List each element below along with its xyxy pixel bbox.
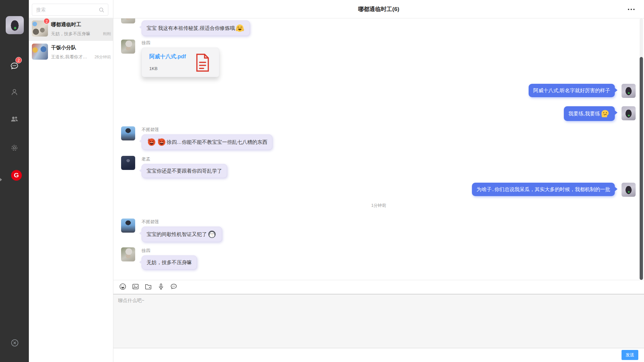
scrollbar-track [640,18,643,280]
chat-bubble-button[interactable] [169,283,178,291]
message-area: 宝宝 我这有本祖传秘笈,很适合你修炼哦 徐四阿威十八式.pdf1KB阿威十八式,… [113,18,644,280]
message-body: 宝宝 我这有本祖传秘笈,很适合你修炼哦 [142,20,250,36]
group-icon [10,114,19,124]
chat-header: 哪都通临时工(6) [113,0,644,18]
mic-icon [157,283,165,292]
nav-rail: 2 [0,0,29,362]
pdf-file-icon [195,53,210,72]
search-button[interactable] [98,6,105,14]
composer-toolbar [113,280,644,294]
sender-name: 徐四 [142,40,150,46]
sender-name: 不摇碧莲 [142,219,159,225]
message-text: 阿威十八式,听名字就好厉害的样子 [533,87,610,94]
message-avatar[interactable] [622,106,636,120]
app-logo: G [11,170,22,181]
conversation-title: 干饭小分队 [51,45,76,51]
message-text: 为啥子..你们总说我呆瓜，其实大多的时候，我都机制的一批 [477,186,610,193]
message-editor [113,294,644,348]
message-bubble: 宝宝的间歇性机智证又犯了 [142,227,222,242]
message-bubble: 宝宝 我这有本祖传秘笈,很适合你修炼哦 [142,20,250,36]
message-bubble: 为啥子..你们总说我呆瓜，其实大多的时候，我都机制的一批 [472,183,615,196]
conversation-time: 刚刚 [103,31,111,37]
message-avatar[interactable] [622,84,636,98]
person-icon [10,88,19,97]
chat-panel: 哪都通临时工(6) 宝宝 我这有本祖传秘笈,很适合你修炼哦 徐四阿威十八式.pd… [113,0,644,362]
chat-title: 哪都通临时工(6) [113,0,644,18]
penguin-emoji [208,230,216,239]
sender-name: 不摇碧莲 [142,127,159,132]
file-name[interactable]: 阿威十八式.pdf [149,53,186,60]
sender-name: 老孟 [142,157,150,162]
mic-button[interactable] [157,283,165,291]
folder-button[interactable] [144,283,152,291]
sender-name: 徐四 [142,248,150,253]
conversation-item[interactable]: 干饭小分队王道长,我看你才…26分钟前 [29,41,113,64]
conversation-list-panel: 2哪都通临时工无妨，技多不压身嘛刚刚干饭小分队王道长,我看你才…26分钟前 [29,0,113,362]
sidebar-item-settings[interactable] [8,141,21,154]
message-body: 为啥子..你们总说我呆瓜，其实大多的时候，我都机制的一批 [472,183,615,196]
message-input[interactable] [113,294,644,348]
sidebar-item-groups[interactable] [8,113,21,125]
close-button[interactable] [10,339,19,347]
scrollbar-thumb[interactable] [640,57,643,280]
message-avatar[interactable] [121,247,135,261]
gear-icon [10,143,19,152]
message-group: 宝宝 我这有本祖传秘笈,很适合你修炼哦 [121,20,250,36]
search-icon [98,9,105,15]
message-group: 徐四无妨，技多不压身嘛 [121,247,197,269]
search-input[interactable] [32,4,98,15]
send-button[interactable]: 发送 [622,350,638,360]
message-avatar[interactable] [121,156,135,170]
message-avatar[interactable] [121,219,135,233]
folder-icon [144,283,152,292]
search-box [32,4,108,16]
message-body: 阿威十八式,听名字就好厉害的样子 [529,84,615,97]
message-body: 徐四无妨，技多不压身嘛 [142,247,197,269]
message-group: 阿威十八式,听名字就好厉害的样子 [529,84,636,98]
conversation-preview: 王道长,我看你才… [51,54,87,60]
user-avatar[interactable] [6,16,24,34]
file-message-card[interactable]: 阿威十八式.pdf1KB [142,48,219,77]
enraged-face-emoji [157,138,166,146]
close-icon [10,339,19,347]
message-text: 宝宝的间歇性机智证又犯了 [147,231,207,238]
message-text: 宝宝 我这有本祖传秘笈,很适合你修炼哦 [147,24,235,32]
conversation-avatar [32,44,48,60]
message-body: 不摇碧莲 徐四…你能不能不教宝宝一些乱七八糟的东西 [142,126,272,150]
unread-badge: 2 [44,18,50,24]
message-avatar[interactable] [622,183,636,197]
more-menu-button[interactable] [628,8,637,11]
message-body: 徐四阿威十八式.pdf1KB [142,40,219,77]
time-divider: 1分钟前 [113,203,644,208]
melting-face-emoji [601,109,609,118]
emoji-button[interactable] [118,283,127,291]
message-avatar[interactable] [121,126,135,140]
hugging-face-emoji [235,24,244,33]
conversation-item[interactable]: 2哪都通临时工无妨，技多不压身嘛刚刚 [29,18,113,41]
sidebar-item-contacts[interactable] [8,86,21,99]
emoji-icon [119,283,127,292]
message-bubble: 无妨，技多不压身嘛 [142,255,197,269]
panel-expand-handle[interactable] [0,178,2,181]
message-text: 我要练,我要练 [569,110,600,117]
chat-unread-badge: 2 [15,57,22,63]
message-body: 不摇碧莲宝宝的间歇性机智证又犯了 [142,219,222,242]
image-button[interactable] [131,283,140,291]
conversation-preview: 无妨，技多不压身嘛 [51,31,90,37]
message-text: 无妨，技多不压身嘛 [147,259,192,266]
message-text: 宝宝你还是不要跟着你四哥乱学了 [147,167,222,175]
message-group: 老孟宝宝你还是不要跟着你四哥乱学了 [121,156,227,178]
message-group: 为啥子..你们总说我呆瓜，其实大多的时候，我都机制的一批 [472,183,636,197]
conversation-list: 2哪都通临时工无妨，技多不压身嘛刚刚干饭小分队王道长,我看你才…26分钟前 [29,18,113,64]
message-bubble: 我要练,我要练 [564,106,615,121]
message-body: 我要练,我要练 [564,106,615,121]
conversation-time: 26分钟前 [95,54,111,60]
message-avatar[interactable] [121,40,135,54]
message-bubble: 宝宝你还是不要跟着你四哥乱学了 [142,164,227,178]
message-avatar[interactable] [121,18,135,23]
image-icon [131,283,140,292]
message-text: 徐四…你能不能不教宝宝一些乱七八糟的东西 [167,138,267,146]
conversation-title: 哪都通临时工 [51,21,81,28]
enraged-face-emoji [147,138,156,146]
send-row: 发送 [113,348,644,362]
